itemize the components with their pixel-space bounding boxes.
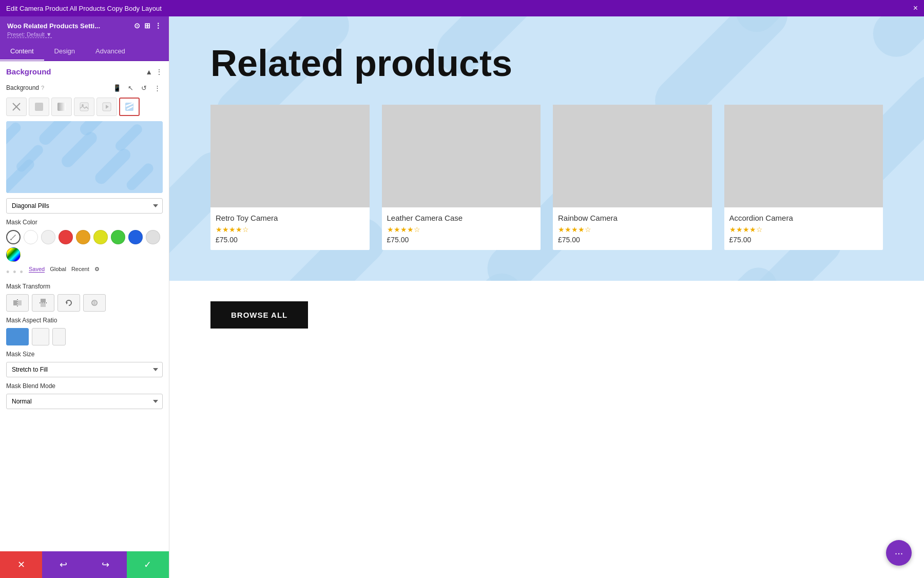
undo-button[interactable]: ↩ xyxy=(42,551,84,578)
browse-all-button[interactable]: BROWSE ALL xyxy=(210,301,308,329)
svg-rect-22 xyxy=(13,300,17,305)
color-tab-saved[interactable]: Saved xyxy=(29,266,45,273)
background-field-label: Background ? xyxy=(6,84,44,91)
close-icon[interactable]: × xyxy=(913,4,918,13)
refresh-icon[interactable]: ↺ xyxy=(138,82,149,93)
product-image xyxy=(553,105,712,207)
redo-button[interactable]: ↪ xyxy=(85,551,127,578)
color-swatch-yellow[interactable] xyxy=(93,230,108,244)
transform-flipv-btn[interactable] xyxy=(32,294,54,312)
panel-body: Background ▲ ⋮ Background ? 📱 ↖ ↺ ⋮ xyxy=(0,61,169,551)
svg-rect-2 xyxy=(35,103,43,111)
product-card: Leather Camera Case ★★★★☆ £75.00 xyxy=(382,105,541,250)
tab-content[interactable]: Content xyxy=(0,43,44,61)
mask-blend-select[interactable]: Normal Multiply Screen Overlay xyxy=(6,394,163,409)
color-swatch-picker[interactable] xyxy=(6,247,21,262)
panel-layout-icon[interactable]: ⊞ xyxy=(144,22,150,30)
title-bar: Edit Camera Product All Products Copy Bo… xyxy=(0,0,924,16)
svg-marker-56 xyxy=(591,161,673,197)
svg-rect-48 xyxy=(239,105,341,207)
aspect-wide-btn[interactable] xyxy=(6,328,29,345)
aspect-square-btn[interactable] xyxy=(32,328,49,345)
color-swatch-blue[interactable] xyxy=(128,230,143,244)
product-info: Accordion Camera ★★★★☆ £75.00 xyxy=(724,207,883,250)
product-info: Rainbow Camera ★★★★☆ £75.00 xyxy=(553,207,712,250)
color-tabs: Saved Global Recent ⚙ xyxy=(29,266,100,273)
svg-marker-53 xyxy=(420,161,502,197)
bg-type-image[interactable] xyxy=(74,98,94,116)
svg-rect-54 xyxy=(581,105,684,207)
bg-type-color[interactable] xyxy=(29,98,49,116)
transform-rotate-btn[interactable] xyxy=(57,294,80,312)
product-price: £75.00 xyxy=(387,236,536,244)
background-field-row: Background ? 📱 ↖ ↺ ⋮ xyxy=(6,82,163,93)
background-section-title: Background xyxy=(6,67,51,76)
svg-marker-28 xyxy=(66,301,68,304)
right-content: Related products Retro Toy Camera ★★★★☆ xyxy=(169,16,924,578)
section-title: Related products xyxy=(210,42,883,84)
bg-type-video[interactable] xyxy=(97,98,117,116)
preset-label[interactable]: Preset: Default ▼ xyxy=(7,31,52,38)
floating-menu-button[interactable]: ··· xyxy=(886,540,912,566)
svg-rect-3 xyxy=(57,103,66,111)
product-stars: ★★★★☆ xyxy=(729,225,878,234)
bg-type-row xyxy=(6,98,163,116)
color-swatch-eyedropper[interactable] xyxy=(6,230,21,244)
transform-row xyxy=(6,294,163,312)
tab-design[interactable]: Design xyxy=(44,43,85,61)
color-swatch-green[interactable] xyxy=(111,230,125,244)
bg-type-mask[interactable] xyxy=(119,98,140,116)
color-swatch-orange[interactable] xyxy=(76,230,90,244)
mobile-icon[interactable]: 📱 xyxy=(111,82,123,93)
color-tab-global[interactable]: Global xyxy=(50,266,66,273)
color-swatch-white1[interactable] xyxy=(24,230,38,244)
product-stars: ★★★★☆ xyxy=(387,225,536,234)
tab-advanced[interactable]: Advanced xyxy=(85,43,136,61)
product-card: Retro Toy Camera ★★★★☆ £75.00 xyxy=(210,105,370,250)
save-button[interactable]: ✓ xyxy=(127,551,169,578)
product-card: Accordion Camera ★★★★☆ £75.00 xyxy=(724,105,883,250)
more-colors-icon[interactable]: • • • xyxy=(6,267,24,278)
help-icon[interactable]: ? xyxy=(41,85,44,91)
aspect-tall-btn[interactable] xyxy=(52,328,66,345)
mask-transform-label: Mask Transform xyxy=(6,283,163,290)
color-tab-recent[interactable]: Recent xyxy=(71,266,89,273)
svg-point-49 xyxy=(272,125,308,161)
product-name: Rainbow Camera xyxy=(558,214,707,222)
product-price: £75.00 xyxy=(729,236,878,244)
bg-type-none[interactable] xyxy=(6,98,27,116)
transform-fliph-btn[interactable] xyxy=(6,294,29,312)
collapse-icon[interactable]: ▲ xyxy=(145,68,152,76)
title-bar-text: Edit Camera Product All Products Copy Bo… xyxy=(6,5,162,12)
svg-point-58 xyxy=(785,125,821,161)
product-card: Rainbow Camera ★★★★☆ £75.00 xyxy=(553,105,712,250)
mask-size-select[interactable]: Stretch to Fill Fit Tile xyxy=(6,362,163,377)
transform-mirror-btn[interactable] xyxy=(83,294,106,312)
panel-title-row: Woo Related Products Setti... ⊙ ⊞ ⋮ xyxy=(7,22,162,30)
panel-more-icon[interactable]: ⋮ xyxy=(155,22,162,30)
color-swatch-white2[interactable] xyxy=(41,230,55,244)
background-section-header: Background ▲ ⋮ xyxy=(6,67,163,76)
svg-rect-4 xyxy=(80,103,88,111)
panel-header-icons: ⊙ ⊞ ⋮ xyxy=(134,22,162,30)
background-preview xyxy=(6,121,163,193)
color-swatch-lightgray[interactable] xyxy=(146,230,160,244)
svg-marker-50 xyxy=(249,161,331,197)
product-info: Retro Toy Camera ★★★★☆ £75.00 xyxy=(210,207,370,250)
widget-title: Woo Related Products Setti... xyxy=(7,22,100,30)
color-settings-icon[interactable]: ⚙ xyxy=(94,266,100,273)
product-stars: ★★★★☆ xyxy=(558,225,707,234)
mask-aspect-label: Mask Aspect Ratio xyxy=(6,317,163,324)
tabs-bar: Content Design Advanced xyxy=(0,43,169,61)
cancel-button[interactable]: ✕ xyxy=(0,551,42,578)
field-more-icon[interactable]: ⋮ xyxy=(151,82,163,93)
bg-type-gradient[interactable] xyxy=(51,98,72,116)
mask-preset-select[interactable]: Diagonal Pills None Circles Waves Triang… xyxy=(6,198,163,214)
cursor-icon[interactable]: ↖ xyxy=(125,82,136,93)
section-more-icon[interactable]: ⋮ xyxy=(156,68,163,76)
product-image xyxy=(210,105,370,207)
color-swatch-red[interactable] xyxy=(59,230,73,244)
product-name: Leather Camera Case xyxy=(387,214,536,222)
panel-eye-icon[interactable]: ⊙ xyxy=(134,22,140,30)
svg-rect-26 xyxy=(41,303,46,307)
